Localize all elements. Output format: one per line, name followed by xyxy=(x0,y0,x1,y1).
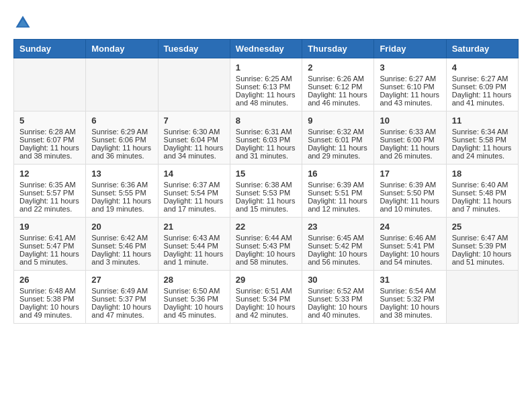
cell-text: Sunset: 5:58 PM xyxy=(452,136,513,144)
day-number: 20 xyxy=(91,222,152,232)
cell-text: Sunrise: 6:40 AM xyxy=(452,181,513,189)
cell-text: Sunset: 6:00 PM xyxy=(380,136,440,144)
calendar-header-row: SundayMondayTuesdayWednesdayThursdayFrid… xyxy=(14,40,519,58)
calendar-cell: 16Sunrise: 6:39 AMSunset: 5:51 PMDayligh… xyxy=(302,165,374,218)
day-number: 19 xyxy=(19,222,80,232)
calendar-week-row: 19Sunrise: 6:41 AMSunset: 5:47 PMDayligh… xyxy=(14,218,519,271)
calendar-cell: 10Sunrise: 6:33 AMSunset: 6:00 PMDayligh… xyxy=(374,111,446,165)
cell-text: Sunset: 5:33 PM xyxy=(308,295,368,303)
cell-text: Sunrise: 6:27 AM xyxy=(452,75,513,83)
calendar-cell: 20Sunrise: 6:42 AMSunset: 5:46 PMDayligh… xyxy=(86,218,158,271)
page-header xyxy=(13,13,519,32)
cell-text: Daylight: 10 hours and 49 minutes. xyxy=(19,303,80,319)
day-number: 17 xyxy=(380,169,440,179)
day-number: 18 xyxy=(452,169,513,179)
cell-text: Sunrise: 6:54 AM xyxy=(380,287,440,295)
cell-text: Sunset: 5:44 PM xyxy=(164,242,224,250)
day-number: 9 xyxy=(308,116,368,126)
calendar-cell: 4Sunrise: 6:27 AMSunset: 6:09 PMDaylight… xyxy=(446,58,518,111)
day-number: 29 xyxy=(236,275,296,285)
cell-text: Daylight: 10 hours and 47 minutes. xyxy=(91,303,152,319)
cell-text: Sunset: 5:43 PM xyxy=(236,242,296,250)
day-number: 26 xyxy=(19,275,80,285)
cell-text: Sunrise: 6:49 AM xyxy=(91,287,152,295)
cell-text: Daylight: 11 hours and 24 minutes. xyxy=(452,144,513,160)
calendar-cell: 7Sunrise: 6:30 AMSunset: 6:04 PMDaylight… xyxy=(158,111,230,165)
cell-text: Sunrise: 6:46 AM xyxy=(380,234,440,242)
calendar-cell xyxy=(14,58,86,111)
day-number: 3 xyxy=(380,62,440,73)
cell-text: Daylight: 11 hours and 19 minutes. xyxy=(91,197,152,213)
cell-text: Sunset: 5:41 PM xyxy=(380,242,440,250)
calendar-cell: 19Sunrise: 6:41 AMSunset: 5:47 PMDayligh… xyxy=(14,218,86,271)
calendar-table: SundayMondayTuesdayWednesdayThursdayFrid… xyxy=(13,39,519,324)
cell-text: Sunset: 6:13 PM xyxy=(236,83,296,91)
cell-text: Sunset: 6:07 PM xyxy=(19,136,80,144)
calendar-cell xyxy=(158,58,230,111)
day-number: 15 xyxy=(236,169,296,179)
day-header-thursday: Thursday xyxy=(302,40,374,58)
cell-text: Sunset: 5:50 PM xyxy=(380,189,440,197)
calendar-cell: 3Sunrise: 6:27 AMSunset: 6:10 PMDaylight… xyxy=(374,58,446,111)
cell-text: Sunset: 5:55 PM xyxy=(91,189,152,197)
cell-text: Daylight: 11 hours and 38 minutes. xyxy=(19,144,80,160)
cell-text: Daylight: 11 hours and 1 minute. xyxy=(164,250,224,266)
calendar-cell: 22Sunrise: 6:44 AMSunset: 5:43 PMDayligh… xyxy=(230,218,302,271)
day-number: 5 xyxy=(19,116,80,126)
calendar-cell: 28Sunrise: 6:50 AMSunset: 5:36 PMDayligh… xyxy=(158,271,230,324)
cell-text: Daylight: 10 hours and 42 minutes. xyxy=(236,303,296,319)
calendar-cell: 8Sunrise: 6:31 AMSunset: 6:03 PMDaylight… xyxy=(230,111,302,165)
calendar-cell: 30Sunrise: 6:52 AMSunset: 5:33 PMDayligh… xyxy=(302,271,374,324)
day-number: 11 xyxy=(452,116,513,126)
cell-text: Daylight: 11 hours and 48 minutes. xyxy=(236,91,296,107)
cell-text: Daylight: 11 hours and 29 minutes. xyxy=(308,144,368,160)
day-number: 7 xyxy=(164,116,224,126)
day-number: 14 xyxy=(164,169,224,179)
calendar-cell: 24Sunrise: 6:46 AMSunset: 5:41 PMDayligh… xyxy=(374,218,446,271)
cell-text: Daylight: 11 hours and 12 minutes. xyxy=(308,197,368,213)
calendar-cell: 9Sunrise: 6:32 AMSunset: 6:01 PMDaylight… xyxy=(302,111,374,165)
cell-text: Sunrise: 6:36 AM xyxy=(91,181,152,189)
cell-text: Sunset: 6:12 PM xyxy=(308,83,368,91)
cell-text: Sunset: 5:37 PM xyxy=(91,295,152,303)
cell-text: Sunset: 5:32 PM xyxy=(380,295,440,303)
calendar-week-row: 26Sunrise: 6:48 AMSunset: 5:38 PMDayligh… xyxy=(14,271,519,324)
cell-text: Sunrise: 6:27 AM xyxy=(380,75,440,83)
calendar-week-row: 12Sunrise: 6:35 AMSunset: 5:57 PMDayligh… xyxy=(14,165,519,218)
cell-text: Sunrise: 6:41 AM xyxy=(19,234,80,242)
cell-text: Daylight: 10 hours and 58 minutes. xyxy=(236,250,296,266)
day-number: 27 xyxy=(91,275,152,285)
calendar-cell xyxy=(446,271,518,324)
cell-text: Daylight: 10 hours and 54 minutes. xyxy=(380,250,440,266)
cell-text: Daylight: 11 hours and 17 minutes. xyxy=(164,197,224,213)
cell-text: Sunrise: 6:37 AM xyxy=(164,181,224,189)
cell-text: Sunrise: 6:44 AM xyxy=(236,234,296,242)
cell-text: Daylight: 11 hours and 31 minutes. xyxy=(236,144,296,160)
cell-text: Sunset: 6:03 PM xyxy=(236,136,296,144)
cell-text: Daylight: 11 hours and 3 minutes. xyxy=(91,250,152,266)
cell-text: Daylight: 10 hours and 45 minutes. xyxy=(164,303,224,319)
calendar-cell: 5Sunrise: 6:28 AMSunset: 6:07 PMDaylight… xyxy=(14,111,86,165)
calendar-cell: 23Sunrise: 6:45 AMSunset: 5:42 PMDayligh… xyxy=(302,218,374,271)
cell-text: Sunset: 5:54 PM xyxy=(164,189,224,197)
cell-text: Daylight: 11 hours and 10 minutes. xyxy=(380,197,440,213)
day-header-wednesday: Wednesday xyxy=(230,40,302,58)
day-number: 16 xyxy=(308,169,368,179)
cell-text: Sunset: 5:53 PM xyxy=(236,189,296,197)
day-number: 21 xyxy=(164,222,224,232)
cell-text: Sunset: 5:36 PM xyxy=(164,295,224,303)
calendar-cell: 21Sunrise: 6:43 AMSunset: 5:44 PMDayligh… xyxy=(158,218,230,271)
cell-text: Sunset: 5:42 PM xyxy=(308,242,368,250)
cell-text: Sunset: 5:48 PM xyxy=(452,189,513,197)
day-number: 4 xyxy=(452,62,513,73)
calendar-cell: 17Sunrise: 6:39 AMSunset: 5:50 PMDayligh… xyxy=(374,165,446,218)
cell-text: Sunrise: 6:39 AM xyxy=(380,181,440,189)
cell-text: Sunset: 6:04 PM xyxy=(164,136,224,144)
cell-text: Sunrise: 6:34 AM xyxy=(452,128,513,136)
cell-text: Sunrise: 6:38 AM xyxy=(236,181,296,189)
cell-text: Daylight: 11 hours and 43 minutes. xyxy=(380,91,440,107)
logo xyxy=(13,13,36,32)
cell-text: Sunrise: 6:43 AM xyxy=(164,234,224,242)
cell-text: Sunrise: 6:28 AM xyxy=(19,128,80,136)
cell-text: Sunrise: 6:45 AM xyxy=(308,234,368,242)
